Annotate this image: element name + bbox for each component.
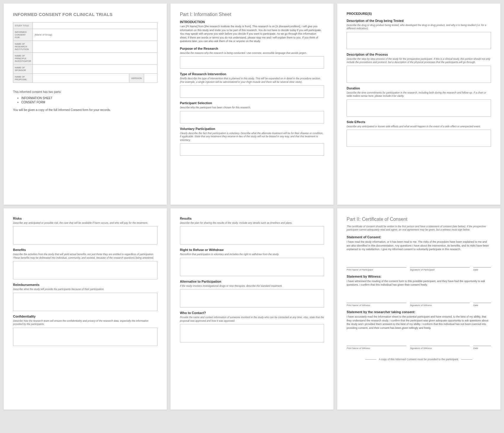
box-results[interactable]	[180, 226, 324, 244]
box-purpose[interactable]	[180, 56, 324, 69]
sec-statement-witness: Statement by Witness:	[347, 275, 491, 278]
page-1: INFORMED CONSENT FOR CLINICAL TRIALS STU…	[4, 4, 167, 205]
row-study-title: STUDY TITLE	[13, 22, 33, 29]
sec-procedures: PROCEDURE(S)	[347, 12, 491, 15]
row-principle: NAME OF PRINCIPLE INVESTIGATOR	[13, 53, 33, 65]
cell-sponsor[interactable]	[33, 65, 157, 74]
page-2: Part I: Information Sheet INTRODUCTION I…	[170, 4, 334, 205]
box-drug[interactable]	[347, 32, 491, 49]
page-3: PROCEDURE(S) Description of the Drug bei…	[337, 4, 500, 205]
sec-contact: Who to Contact?	[180, 311, 324, 315]
row-proposal: NAME OF PROPOSAL	[13, 74, 33, 83]
hint-withdraw: Reconfirm that participation is voluntar…	[180, 253, 324, 256]
hint-purpose: Describe the reasons why the research is…	[180, 51, 324, 55]
cell-research-inst[interactable]	[33, 41, 157, 53]
footer-note: A copy of this Informed Consent must be …	[347, 358, 491, 361]
sec-statement-researcher: Statement by the researcher taking conse…	[347, 310, 491, 314]
cell-principle[interactable]	[33, 53, 157, 65]
sig-participant-name[interactable]: Print Name of Participant	[347, 267, 406, 271]
cert-intro: The certificate of consent should be wri…	[347, 225, 491, 232]
cell-study-title[interactable]	[33, 22, 157, 29]
sec-selection: Participant Selection	[180, 101, 324, 105]
sec-voluntary: Voluntary Participation	[180, 127, 324, 131]
row-research-inst: NAME OF RESEARCH INSTITUTION	[13, 41, 33, 53]
sig-researcher: Print Name of Witness Signature of Witne…	[347, 346, 491, 350]
row-consent-for: INFORMED CONSENT FOR:	[13, 29, 33, 41]
sig-witness-date[interactable]: Date	[473, 303, 491, 307]
box-alternative[interactable]	[180, 289, 324, 308]
row-sponsor: NAME OF SPONSOR	[13, 65, 33, 74]
sec-process: Description of the Process	[347, 53, 491, 56]
sig-participant: Print Name of Participant Signature of P…	[347, 267, 491, 271]
box-duration[interactable]	[347, 99, 491, 117]
box-confidentiality[interactable]	[13, 328, 157, 346]
sec-drug: Description of the Drug being Tested	[347, 19, 491, 22]
parts-list: INFORMATION SHEET CONSENT FORM	[21, 96, 157, 104]
sig-witness-name[interactable]: Print Name of Witness	[347, 303, 406, 307]
hint-voluntary: Clearly describe the fact that participa…	[180, 132, 324, 142]
statement-researcher-text: I have accurately read the information s…	[347, 315, 491, 330]
sec-introduction: INTRODUCTION	[180, 20, 324, 24]
box-contact[interactable]	[180, 324, 324, 342]
intro-text: This informed consent has two parts:	[13, 90, 157, 94]
cell-version[interactable]	[144, 74, 157, 83]
copy-note: You will be given a copy of the full Inf…	[13, 108, 157, 112]
hint-drug: Describe the drug or drug product being …	[347, 24, 491, 30]
hint-process: Describe the step-by-step process of the…	[347, 57, 491, 64]
sig-participant-date[interactable]: Date	[473, 267, 491, 271]
sig-witness-sign[interactable]: Signature of Witness	[410, 303, 470, 307]
sig-researcher-name[interactable]: Print Name of Witness	[347, 346, 406, 350]
sec-statement-consent: Statement of Consent:	[347, 235, 491, 239]
page-5: Results Describe the plan for sharing th…	[170, 208, 334, 410]
sig-participant-sign[interactable]: Signature of Participant	[410, 267, 470, 271]
sec-results: Results	[180, 217, 324, 220]
info-table: STUDY TITLE INFORMED CONSENT FOR:[Name o…	[13, 22, 157, 83]
sig-researcher-date[interactable]: Date	[473, 346, 491, 350]
hint-risks: Describe any anticipated or possible ris…	[13, 221, 157, 225]
cell-proposal[interactable]	[33, 74, 129, 83]
hint-contact: Provide the name and contact information…	[180, 316, 324, 323]
sec-purpose: Purpose of the Research	[180, 47, 324, 50]
hint-benefits: Describe the activities from the study t…	[13, 253, 157, 260]
sec-side-effects: Side Effects	[347, 120, 491, 124]
hint-results: Describe the plan for sharing the result…	[180, 221, 324, 225]
box-intervention[interactable]	[180, 85, 324, 98]
sec-reimbursements: Reimbursements	[13, 283, 157, 286]
box-side-effects[interactable]	[347, 130, 491, 147]
sec-benefits: Benefits	[13, 248, 157, 252]
hint-confidentiality: Describe how the research team will ensu…	[13, 319, 157, 326]
sig-researcher-sign[interactable]: Signature of Witness	[410, 346, 470, 350]
bullet-info-sheet: INFORMATION SHEET	[21, 96, 157, 100]
page-6: Part II: Certificate of Consent The cert…	[337, 208, 500, 410]
hint-selection: Describe why the participant has been ch…	[180, 106, 324, 109]
box-risks[interactable]	[13, 226, 157, 244]
box-reimbursements[interactable]	[13, 293, 157, 311]
page-4: Risks Describe any anticipated or possib…	[4, 208, 167, 410]
statement-witness-text: I have witnessed the reading of the cons…	[347, 279, 491, 287]
statement-consent-text: I have read the study information, or it…	[347, 240, 491, 251]
box-withdraw[interactable]	[180, 258, 324, 276]
sec-alternative: Alternative to Participation	[180, 280, 324, 283]
sec-risks: Risks	[13, 217, 157, 220]
hint-alternative: If the study involves investigational dr…	[180, 284, 324, 288]
doc-title: INFORMED CONSENT FOR CLINICAL TRIALS	[13, 12, 157, 17]
sec-duration: Duration	[347, 86, 491, 90]
box-selection[interactable]	[180, 111, 324, 123]
hint-duration: Describe the time commitments for partic…	[347, 91, 491, 98]
part-2-title: Part II: Certificate of Consent	[347, 217, 491, 222]
part-1-title: Part I: Information Sheet	[180, 12, 324, 17]
hint-side-effects: Describe any anticipated or known side e…	[347, 125, 491, 128]
sec-confidentiality: Confidentiality	[13, 315, 157, 318]
row-version: VERSION	[129, 74, 144, 83]
hint-intervention: Briefly describe the type of interventio…	[180, 77, 324, 84]
hint-reimbursements: Describe what the study will provide the…	[13, 288, 157, 291]
sec-withdraw: Right to Refuse or Withdraw	[180, 248, 324, 252]
bullet-consent-form: CONSENT FORM	[21, 101, 157, 104]
cell-consent-for[interactable]: [Name of Group]	[33, 29, 157, 41]
box-process[interactable]	[347, 66, 491, 83]
sig-witness: Print Name of Witness Signature of Witne…	[347, 303, 491, 307]
box-voluntary[interactable]	[180, 143, 324, 156]
intro-paragraph: I am [PI Name] from [the research instit…	[180, 25, 324, 43]
box-benefits[interactable]	[13, 261, 157, 279]
sec-intervention: Type of Research Intervention	[180, 72, 324, 76]
